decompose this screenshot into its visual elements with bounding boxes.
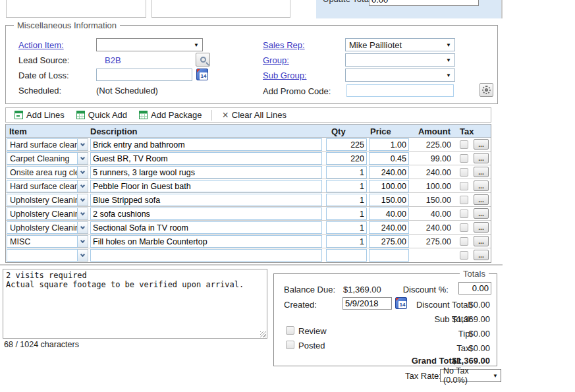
row-options-button[interactable]: ... — [474, 181, 489, 191]
clear-all-lines-label: Clear All Lines — [232, 110, 287, 120]
qty-input[interactable] — [326, 208, 367, 220]
item-select[interactable]: Hard surface cleaning — [7, 138, 88, 151]
posted-checkbox[interactable] — [286, 341, 294, 349]
sub-group-select[interactable]: ▼ — [345, 69, 455, 82]
group-link[interactable]: Group: — [263, 55, 289, 65]
tax-checkbox[interactable] — [460, 223, 468, 232]
tax-checkbox[interactable] — [460, 251, 468, 260]
action-item-select[interactable]: ▼ — [96, 38, 203, 51]
qty-input[interactable] — [326, 194, 367, 206]
combo-arrow-icon[interactable] — [78, 180, 88, 192]
combo-arrow-icon[interactable] — [78, 138, 88, 151]
description-input[interactable] — [90, 235, 322, 248]
tax-checkbox[interactable] — [460, 154, 468, 163]
sub-group-link[interactable]: Sub Group: — [263, 70, 307, 80]
description-input[interactable] — [90, 221, 322, 234]
description-input[interactable] — [90, 180, 322, 192]
combo-arrow-icon[interactable] — [78, 166, 88, 179]
date-of-loss-input[interactable] — [96, 69, 192, 81]
price-input[interactable] — [369, 194, 409, 206]
item-select[interactable]: Carpet Cleaning — [7, 152, 88, 165]
row-options-button[interactable]: ... — [474, 153, 489, 163]
sales-rep-select[interactable]: Mike Pailliotet ▼ — [345, 38, 455, 51]
item-select[interactable]: Upholstery Cleaning — [7, 194, 88, 206]
tax-checkbox[interactable] — [460, 168, 468, 177]
row-options-button[interactable]: ... — [474, 167, 489, 177]
price-input[interactable] — [369, 152, 409, 165]
combo-arrow-icon[interactable] — [78, 152, 88, 165]
clear-all-lines-button[interactable]: × Clear All Lines — [216, 108, 292, 122]
description-input[interactable] — [90, 152, 322, 165]
qty-input[interactable] — [326, 180, 367, 192]
lead-source-value[interactable]: B2B — [105, 55, 121, 65]
price-input[interactable] — [369, 249, 409, 262]
item-select[interactable]: Hard surface cleaning — [7, 180, 88, 192]
qty-input[interactable] — [326, 152, 367, 165]
price-input[interactable] — [369, 208, 409, 220]
row-options-button[interactable]: ... — [474, 139, 489, 150]
add-lines-button[interactable]: Add Lines — [9, 108, 70, 122]
combo-arrow-icon[interactable] — [78, 208, 88, 220]
tax-checkbox[interactable] — [460, 182, 468, 190]
update-total-input[interactable] — [369, 0, 479, 6]
description-input[interactable] — [90, 166, 322, 179]
item-select[interactable] — [7, 249, 88, 262]
item-select[interactable]: Onsite area rug cleaning — [7, 166, 88, 179]
action-item-link[interactable]: Action Item: — [18, 40, 64, 50]
row-options-button[interactable]: ... — [474, 222, 489, 233]
item-select[interactable]: MISC — [7, 235, 88, 248]
price-input[interactable] — [369, 221, 409, 234]
created-date-input[interactable] — [342, 297, 392, 310]
description-input[interactable] — [90, 208, 322, 220]
tax-checkbox[interactable] — [460, 210, 468, 218]
review-label: Review — [298, 326, 327, 336]
description-input[interactable] — [90, 194, 322, 206]
item-select[interactable]: Upholstery Cleaning — [7, 221, 88, 234]
tax-rate-label: Tax Rate: — [405, 371, 441, 381]
review-checkbox[interactable] — [286, 326, 294, 335]
amount-value: 100.00 — [406, 182, 451, 191]
item-select-value: Upholstery Cleaning — [7, 221, 78, 234]
price-input[interactable] — [369, 180, 409, 192]
price-input[interactable] — [369, 235, 409, 248]
calendar-icon[interactable] — [196, 69, 208, 80]
sales-rep-link[interactable]: Sales Rep: — [263, 40, 305, 50]
item-select[interactable]: Upholstery Cleaning — [7, 208, 88, 220]
lead-source-search-button[interactable] — [196, 53, 210, 67]
top-textarea-2[interactable] — [151, 0, 290, 18]
qty-input[interactable] — [326, 249, 367, 262]
row-options-button[interactable]: ... — [474, 208, 489, 219]
qty-input[interactable] — [326, 235, 367, 248]
description-input[interactable] — [90, 138, 322, 151]
qty-input[interactable] — [326, 221, 367, 234]
row-options-button[interactable]: ... — [474, 250, 489, 260]
combo-arrow-icon[interactable] — [78, 249, 88, 262]
row-options-button[interactable]: ... — [474, 236, 489, 246]
tax-checkbox[interactable] — [460, 237, 468, 246]
discount-pct-input[interactable] — [458, 282, 491, 294]
combo-arrow-icon[interactable] — [78, 221, 88, 234]
tax-checkbox[interactable] — [460, 140, 468, 149]
quick-add-button[interactable]: Quick Add — [70, 108, 133, 122]
description-input[interactable] — [90, 249, 322, 262]
posted-label: Posted — [298, 341, 325, 350]
top-textarea-1[interactable] — [6, 0, 146, 18]
calendar-icon[interactable] — [395, 297, 407, 309]
add-promo-input[interactable] — [346, 84, 454, 97]
tax-checkbox[interactable] — [460, 196, 468, 204]
add-package-button[interactable]: Add Package — [133, 108, 207, 122]
combo-arrow-icon[interactable] — [78, 235, 88, 248]
promo-apply-button[interactable] — [479, 83, 493, 97]
qty-input[interactable] — [326, 138, 367, 151]
price-input[interactable] — [369, 138, 409, 151]
row-options-button[interactable]: ... — [474, 194, 489, 205]
tax-rate-select[interactable]: No Tax (0.0%) ▼ — [440, 369, 501, 382]
notes-textarea[interactable]: 2 visits required Actual square footage … — [3, 269, 267, 339]
resize-handle[interactable] — [260, 331, 266, 337]
group-select[interactable]: ▼ — [345, 53, 455, 67]
line-item-row: Upholstery Cleaning 40.00 ... — [6, 207, 491, 221]
price-input[interactable] — [369, 166, 409, 179]
grid-header-row: Item Description Qty Price Amount Tax — [6, 125, 491, 138]
combo-arrow-icon[interactable] — [78, 194, 88, 206]
qty-input[interactable] — [326, 166, 367, 179]
